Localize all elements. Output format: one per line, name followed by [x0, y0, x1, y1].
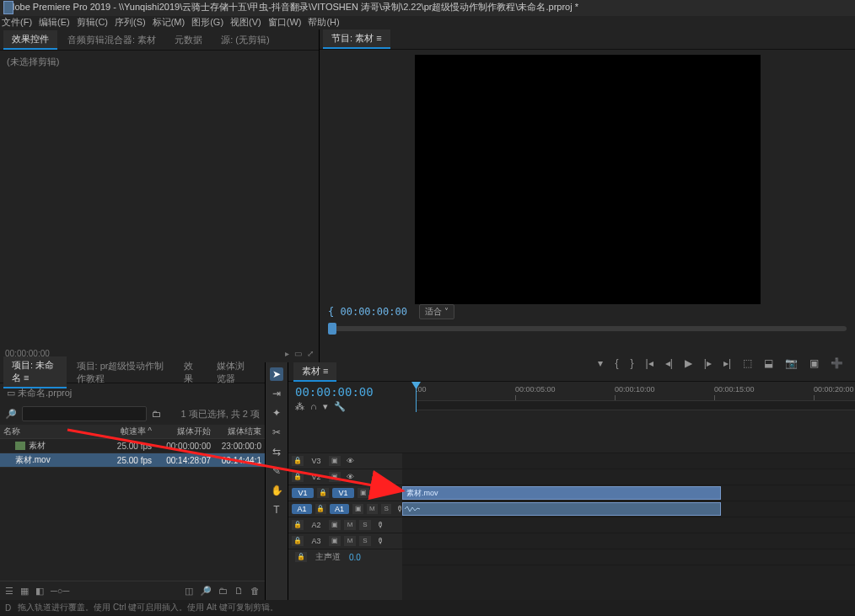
- link-icon[interactable]: ∩: [310, 401, 317, 412]
- v1-label[interactable]: V1: [332, 488, 354, 498]
- a2-lock[interactable]: 🔒: [292, 520, 304, 530]
- go-in-icon[interactable]: |◂: [646, 357, 653, 369]
- play-icon[interactable]: ▶: [685, 357, 692, 369]
- a1-solo[interactable]: S: [381, 504, 392, 514]
- menu-edit[interactable]: 编辑(E): [39, 16, 70, 29]
- v3-lock[interactable]: 🔒: [292, 456, 304, 466]
- auto-seq-icon[interactable]: ◫: [185, 586, 193, 597]
- menu-window[interactable]: 窗口(W): [268, 16, 302, 29]
- a2-track[interactable]: [402, 517, 855, 533]
- go-out-icon[interactable]: ▸|: [723, 357, 731, 369]
- zoom-slider[interactable]: ─○─: [51, 586, 69, 596]
- effect-footer-icon3[interactable]: ⤢: [307, 349, 314, 362]
- a2-target[interactable]: ▣: [329, 520, 341, 530]
- icon-view-icon[interactable]: ▦: [20, 586, 29, 597]
- program-screen[interactable]: [415, 55, 761, 304]
- compare-icon[interactable]: ▣: [809, 357, 819, 369]
- v2-eye-icon[interactable]: 👁: [344, 473, 356, 481]
- hand-tool[interactable]: ✋: [270, 484, 283, 497]
- v2-lock[interactable]: 🔒: [292, 472, 304, 482]
- slip-tool[interactable]: ⇆: [270, 445, 283, 458]
- a1-mute[interactable]: M: [367, 504, 378, 514]
- v1-track[interactable]: 素材.mov: [402, 485, 855, 501]
- a2-label[interactable]: A2: [307, 521, 325, 529]
- timeline-playhead[interactable]: [416, 382, 417, 412]
- tab-audio-mixer[interactable]: 音频剪辑混合器: 素材: [59, 31, 164, 49]
- snap-icon[interactable]: ⁂: [295, 401, 304, 412]
- timeline-zoom-bar[interactable]: [416, 401, 855, 410]
- razor-tool[interactable]: ✂: [270, 426, 283, 439]
- program-timecode[interactable]: { 00:00:00:00: [328, 306, 407, 318]
- tab-source[interactable]: 源: (无剪辑): [212, 31, 277, 49]
- v3-track[interactable]: [402, 453, 855, 469]
- v2-label[interactable]: V2: [307, 473, 325, 481]
- step-fwd-icon[interactable]: |▸: [704, 357, 712, 369]
- a2-mute[interactable]: M: [344, 520, 356, 530]
- in-bracket-icon[interactable]: {: [615, 357, 618, 369]
- master-track[interactable]: [402, 549, 855, 565]
- master-db[interactable]: 0.0: [349, 553, 361, 562]
- menu-seq[interactable]: 序列(S): [115, 16, 146, 29]
- program-scrubber[interactable]: [320, 319, 855, 351]
- v2-track[interactable]: [402, 469, 855, 485]
- a2-solo[interactable]: S: [359, 520, 371, 530]
- out-bracket-icon[interactable]: }: [630, 357, 633, 369]
- tab-sequence[interactable]: 素材 ≡: [293, 362, 336, 382]
- v3-eye-icon[interactable]: 👁: [344, 457, 356, 465]
- marker-tool-icon[interactable]: ▾: [323, 401, 328, 412]
- menu-view[interactable]: 视图(V): [230, 16, 261, 29]
- step-back-icon[interactable]: ◂|: [665, 357, 673, 369]
- a3-label[interactable]: A3: [307, 537, 325, 545]
- program-playhead[interactable]: [328, 323, 336, 335]
- a1-src[interactable]: A1: [292, 504, 312, 514]
- a2-rec-icon[interactable]: 🎙: [374, 521, 386, 529]
- timeline-ruler[interactable]: :0000:00:05:0000:00:10:0000:00:15:0000:0…: [416, 382, 855, 401]
- project-row[interactable]: 素材25.00 fps00:00:00:0023:00:00:0: [0, 439, 265, 453]
- col-start[interactable]: 媒体开始: [152, 426, 211, 437]
- lift-icon[interactable]: ⬚: [743, 357, 752, 369]
- timeline-content[interactable]: 素材.mov: [402, 412, 855, 600]
- v3-label[interactable]: V3: [307, 457, 325, 465]
- menu-clip[interactable]: 剪辑(C): [77, 16, 108, 29]
- col-end[interactable]: 媒体结束: [211, 426, 261, 437]
- track-select-tool[interactable]: ⇥: [270, 387, 283, 400]
- freeform-view-icon[interactable]: ◧: [35, 586, 44, 597]
- v1-src[interactable]: V1: [292, 488, 314, 498]
- fit-select[interactable]: 适合 ˅: [419, 304, 454, 319]
- v1-target[interactable]: ▣: [358, 488, 369, 498]
- a3-rec-icon[interactable]: 🎙: [374, 537, 386, 545]
- v3-target[interactable]: ▣: [329, 456, 341, 466]
- settings-wrench-icon[interactable]: 🔧: [334, 401, 346, 412]
- a3-lock[interactable]: 🔒: [292, 536, 304, 546]
- a1-label[interactable]: A1: [330, 504, 350, 514]
- a3-track[interactable]: [402, 533, 855, 549]
- find-icon[interactable]: 🔎: [200, 586, 212, 597]
- video-clip[interactable]: 素材.mov: [402, 486, 721, 500]
- new-bin-btn[interactable]: 🗀: [218, 586, 228, 596]
- a1-target[interactable]: ▣: [352, 504, 363, 514]
- settings-icon[interactable]: ➕: [831, 357, 843, 369]
- a1-track[interactable]: [402, 501, 855, 517]
- v1-eye-icon[interactable]: 👁: [373, 489, 384, 497]
- a3-mute[interactable]: M: [344, 536, 356, 546]
- col-name[interactable]: 名称: [3, 426, 101, 437]
- a3-solo[interactable]: S: [359, 536, 371, 546]
- project-row[interactable]: 素材.mov25.00 fps00:14:28:0700:14:44:1: [0, 453, 265, 468]
- menu-file[interactable]: 文件(F): [2, 16, 32, 29]
- effect-footer-icon2[interactable]: ▭: [294, 349, 302, 362]
- menu-graphics[interactable]: 图形(G): [191, 16, 223, 29]
- tab-program[interactable]: 节目: 素材 ≡: [323, 29, 390, 49]
- project-search-input[interactable]: [22, 406, 147, 421]
- col-fps[interactable]: 帧速率 ^: [101, 426, 152, 437]
- v2-target[interactable]: ▣: [329, 472, 341, 482]
- effect-footer-icon1[interactable]: ▸: [285, 349, 289, 362]
- menu-marker[interactable]: 标记(M): [153, 16, 186, 29]
- a3-target[interactable]: ▣: [329, 536, 341, 546]
- master-lock[interactable]: 🔒: [295, 552, 307, 562]
- extract-icon[interactable]: ⬓: [764, 357, 773, 369]
- list-view-icon[interactable]: ☰: [5, 586, 13, 597]
- marker-icon[interactable]: ▾: [598, 357, 603, 369]
- audio-clip[interactable]: [402, 502, 721, 516]
- export-frame-icon[interactable]: 📷: [785, 357, 798, 369]
- timeline-timecode[interactable]: 00:00:00:00: [295, 385, 409, 399]
